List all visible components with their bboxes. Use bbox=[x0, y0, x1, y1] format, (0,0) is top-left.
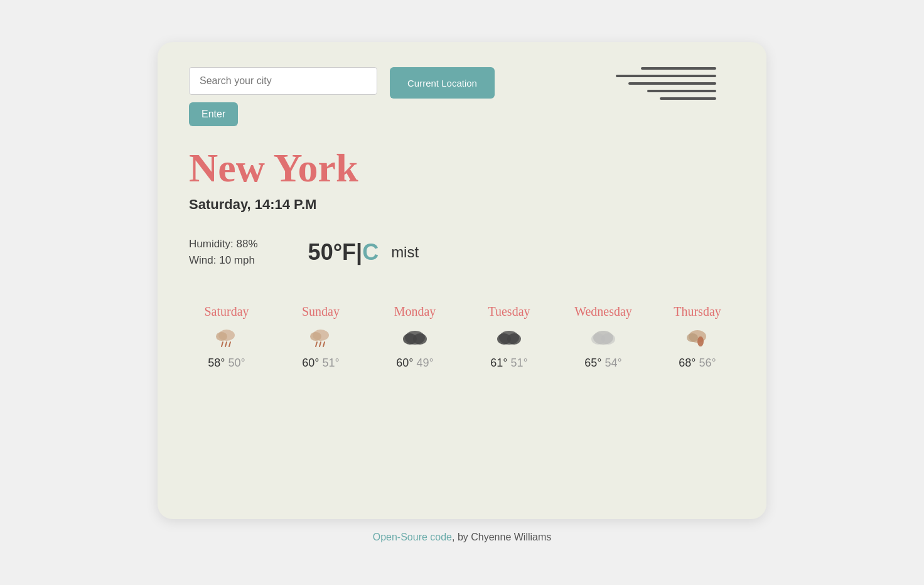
svg-line-9 bbox=[323, 342, 325, 346]
day-label: Monday bbox=[394, 304, 436, 319]
svg-point-12 bbox=[413, 333, 427, 345]
forecast-icon-monday bbox=[401, 325, 429, 350]
search-input[interactable] bbox=[189, 67, 377, 95]
forecast-day-wednesday: Wednesday 65° 54° bbox=[566, 304, 641, 370]
forecast-icon-sunday bbox=[308, 325, 333, 350]
svg-point-20 bbox=[687, 333, 698, 342]
svg-point-1 bbox=[216, 332, 227, 341]
day-label: Saturday bbox=[204, 304, 249, 319]
forecast-icon-tuesday bbox=[495, 325, 523, 350]
forecast-day-saturday: Saturday 58° 50° bbox=[189, 304, 264, 370]
weather-condition: mist bbox=[391, 244, 419, 261]
forecast-temps: 65° 54° bbox=[584, 357, 621, 370]
wind-icon bbox=[616, 67, 716, 100]
wind-stat: Wind: 10 mph bbox=[189, 254, 258, 267]
day-label: Wednesday bbox=[574, 304, 632, 319]
forecast-temps: 68° 56° bbox=[679, 357, 716, 370]
search-area: Enter bbox=[189, 67, 377, 126]
temp-condition: 50°F|C mist bbox=[308, 239, 419, 266]
weather-card: Enter Current Location New York Saturday… bbox=[158, 42, 766, 519]
humidity-stat: Humidity: 88% bbox=[189, 238, 258, 250]
temperature-fahrenheit: 50°F|C bbox=[308, 239, 379, 266]
svg-line-2 bbox=[222, 342, 223, 346]
city-name: New York bbox=[189, 145, 735, 191]
svg-line-4 bbox=[229, 342, 230, 346]
forecast-icon-wednesday bbox=[589, 325, 617, 350]
enter-button[interactable]: Enter bbox=[189, 102, 238, 126]
svg-point-21 bbox=[697, 336, 704, 346]
weather-info: Humidity: 88% Wind: 10 mph 50°F|C mist bbox=[189, 238, 735, 267]
forecast-icon-saturday bbox=[214, 325, 239, 350]
forecast-temps: 58° 50° bbox=[208, 357, 245, 370]
forecast-day-sunday: Sunday 60° 51° bbox=[283, 304, 358, 370]
forecast-day-monday: Monday 60° 49° bbox=[377, 304, 453, 370]
forecast-row: Saturday 58° 50° Sunday 60° 51° bbox=[189, 304, 735, 370]
svg-line-8 bbox=[320, 342, 321, 346]
svg-line-7 bbox=[316, 342, 317, 346]
svg-point-6 bbox=[310, 332, 321, 341]
forecast-temps: 60° 49° bbox=[396, 357, 433, 370]
current-location-button[interactable]: Current Location bbox=[390, 67, 495, 99]
forecast-temps: 60° 51° bbox=[302, 357, 339, 370]
forecast-day-thursday: Thursday 68° 56° bbox=[660, 304, 735, 370]
day-label: Tuesday bbox=[488, 304, 530, 319]
datetime: Saturday, 14:14 P.M bbox=[189, 196, 735, 213]
day-label: Sunday bbox=[302, 304, 340, 319]
day-label: Thursday bbox=[674, 304, 721, 319]
svg-line-3 bbox=[225, 342, 227, 346]
forecast-temps: 61° 51° bbox=[490, 357, 527, 370]
weather-stats: Humidity: 88% Wind: 10 mph bbox=[189, 238, 258, 267]
forecast-icon-thursday bbox=[685, 325, 710, 350]
svg-point-18 bbox=[601, 333, 615, 345]
forecast-day-tuesday: Tuesday 61° 51° bbox=[471, 304, 547, 370]
footer: Open-Soure code, by Chyenne Williams bbox=[373, 532, 552, 543]
svg-point-15 bbox=[507, 333, 521, 345]
open-source-link[interactable]: Open-Soure code bbox=[373, 532, 452, 542]
